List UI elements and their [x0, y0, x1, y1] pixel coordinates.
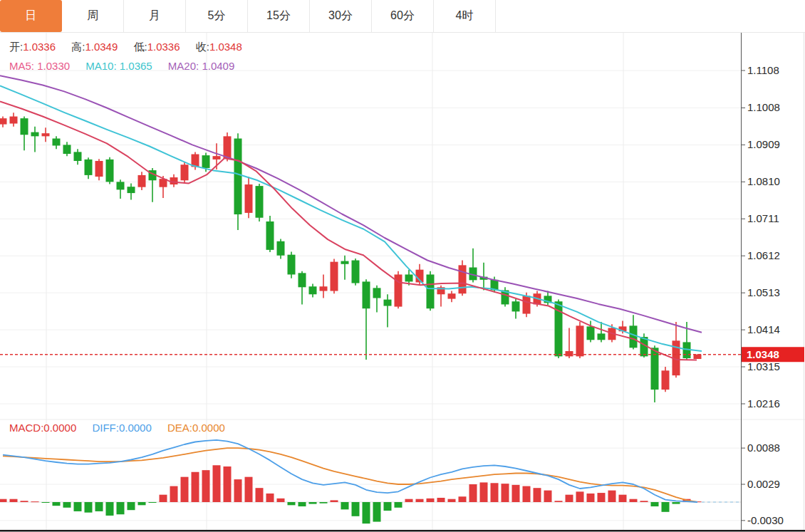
candle-body [266, 221, 274, 250]
candlestick-down [256, 184, 264, 221]
candle-body [427, 274, 435, 308]
macd-histogram-bar [672, 502, 680, 504]
diff-readout: DIFF:0.0000 [92, 422, 151, 434]
candle-body [31, 132, 39, 137]
macd-histogram-bar [256, 488, 264, 502]
macd-histogram-bar [160, 495, 167, 502]
candlestick-down [128, 183, 135, 199]
tab-4hour[interactable]: 4时 [434, 0, 496, 32]
high-readout: 高:1.0349 [71, 41, 118, 53]
ma10-readout: MA10: 1.0365 [85, 60, 152, 72]
macd-histogram-bar [640, 501, 648, 502]
macd-histogram-bar [266, 494, 274, 502]
candle-body [42, 133, 50, 136]
candlestick-down [341, 256, 349, 280]
candle-body [576, 325, 584, 356]
low-readout: 低:1.0336 [133, 41, 180, 53]
price-axis-label: 1.0315 [747, 360, 780, 372]
candle-body [384, 300, 392, 306]
ma-legend: MA5: 1.0330 MA10: 1.0365 MA20: 1.0409 [9, 60, 247, 72]
macd-histogram-bar [416, 499, 424, 502]
candlestick-down [74, 149, 82, 165]
macd-histogram-bar [384, 502, 392, 511]
macd-histogram-bar [63, 502, 71, 508]
candle-body [352, 261, 360, 283]
candle-body [117, 182, 125, 189]
macd-histogram-bar [576, 491, 584, 502]
macd-histogram-bar [523, 486, 531, 502]
macd-histogram-bar [213, 465, 221, 502]
candle-body [21, 118, 28, 135]
price-axis-label: 1.1108 [747, 64, 779, 76]
candle-body [181, 165, 189, 180]
macd-histogram-bar [128, 502, 135, 510]
macd-histogram-bar [480, 482, 488, 502]
macd-histogram-bar [0, 499, 7, 502]
candle-body [320, 286, 328, 291]
tab-30min[interactable]: 30分 [310, 0, 372, 32]
candle-body [245, 184, 253, 213]
macd-histogram-bar [10, 499, 18, 502]
open-readout: 开:1.0336 [9, 41, 56, 53]
macd-histogram-bar [662, 502, 670, 512]
candlestick-up [320, 274, 328, 298]
macd-histogram-bar [555, 501, 563, 502]
candle-body [587, 326, 595, 340]
macd-histogram-bar [352, 502, 360, 516]
candle-body [630, 325, 638, 348]
candlestick-down [21, 117, 28, 151]
candle-body [363, 281, 370, 308]
candlestick-down [53, 136, 61, 149]
macd-histogram-bar [405, 499, 413, 502]
macd-histogram-bar [651, 502, 659, 506]
candlestick-down [266, 216, 274, 252]
candlestick-down [31, 127, 39, 152]
candlestick-up [170, 174, 178, 187]
candlestick-up [138, 172, 146, 190]
price-axis-label: 1.1008 [747, 101, 780, 113]
macd-histogram-bar [288, 502, 296, 505]
candlestick-up [95, 159, 103, 180]
candlestick-macd-chart: 1.11081.10081.09091.08101.07111.06121.05… [0, 0, 805, 532]
tab-week[interactable]: 周 [62, 0, 124, 32]
macd-histogram-bar [373, 502, 381, 522]
macd-histogram-bar [630, 499, 638, 502]
candlestick-up [566, 328, 573, 358]
macd-histogram-bar [502, 484, 509, 502]
price-axis-label: 1.0414 [747, 323, 780, 335]
tab-day[interactable]: 日 [0, 0, 62, 32]
tab-60min[interactable]: 60分 [372, 0, 434, 32]
candle-body [224, 136, 232, 158]
candlestick-up [0, 117, 7, 127]
macd-histogram-bar [149, 502, 157, 503]
candle-body [341, 261, 349, 264]
macd-histogram-bar [320, 502, 328, 504]
macd-histogram-bar [277, 499, 285, 502]
tab-month[interactable]: 月 [124, 0, 186, 32]
candlestick-up [181, 162, 189, 183]
macd-readout: MACD:0.0000 [9, 422, 76, 434]
candle-body [331, 262, 338, 291]
candlestick-down [298, 271, 306, 305]
bottom-border [0, 530, 805, 532]
candle-body [459, 265, 467, 293]
tab-15min[interactable]: 15分 [248, 0, 310, 32]
macd-histogram-bar [170, 486, 178, 502]
tab-5min[interactable]: 5分 [186, 0, 248, 32]
candle-body [298, 273, 306, 287]
macd-axis-label: 0.0088 [747, 442, 780, 454]
macd-histogram-bar [181, 477, 189, 502]
macd-histogram-bar [245, 477, 253, 502]
ma5-line [0, 102, 697, 360]
macd-histogram-bar [469, 484, 477, 502]
macd-histogram-bar [53, 502, 61, 506]
candlestick-down [117, 179, 125, 199]
candle-body [566, 351, 573, 356]
candle-body [10, 117, 18, 124]
candlestick-down [502, 287, 509, 306]
macd-histogram-bar [427, 499, 435, 502]
macd-histogram-bar [42, 502, 50, 503]
close-readout: 收:1.0348 [196, 41, 242, 53]
diff-line [3, 440, 697, 502]
candle-body [202, 155, 210, 168]
